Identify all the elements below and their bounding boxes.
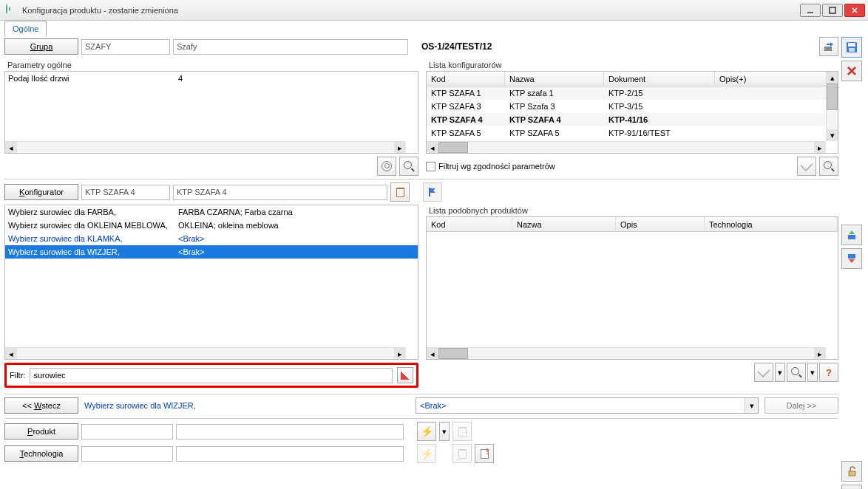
search-dropdown-button[interactable]: ▾ bbox=[807, 363, 818, 382]
close-button[interactable] bbox=[844, 4, 865, 17]
hscrollbar[interactable]: ◂▸ bbox=[427, 141, 826, 153]
svg-rect-5 bbox=[848, 43, 855, 47]
th-nazwa[interactable]: Nazwa bbox=[505, 72, 604, 86]
apply-dropdown-button[interactable]: ▾ bbox=[775, 363, 785, 382]
flag-icon-button[interactable] bbox=[423, 182, 442, 202]
technology-code-field[interactable] bbox=[81, 446, 173, 462]
trash-icon bbox=[458, 449, 467, 459]
product-name-field[interactable] bbox=[176, 424, 404, 440]
search-config-button[interactable] bbox=[819, 157, 838, 176]
table-row[interactable]: KTP SZAFA 1KTP szafa 1KTP-2/15 bbox=[427, 86, 838, 100]
apply-similar-button[interactable] bbox=[754, 363, 773, 382]
bolt-icon: ⚡ bbox=[421, 425, 433, 437]
dropdown-value: <Brak> bbox=[416, 401, 745, 410]
param-row-value: 4 bbox=[178, 74, 415, 83]
apply-config-button[interactable] bbox=[797, 157, 816, 176]
app-icon bbox=[6, 4, 18, 16]
th-tech[interactable]: Technologia bbox=[705, 217, 838, 231]
th-nazwa2[interactable]: Nazwa bbox=[512, 217, 616, 231]
section-code: OS-1/24/TEST/12 bbox=[421, 41, 816, 52]
next-button[interactable]: Dalej >> bbox=[764, 397, 838, 414]
filter-compat-checkbox[interactable]: Filtruj wg zgodności parametrów bbox=[426, 162, 555, 171]
delete-product-button bbox=[452, 422, 472, 441]
group-code-field: SZAFY bbox=[81, 39, 170, 55]
delete-config-button[interactable] bbox=[390, 182, 410, 202]
svg-rect-11 bbox=[849, 471, 855, 476]
th-opis2[interactable]: Opis bbox=[616, 217, 705, 231]
tab-strip: Ogólne bbox=[0, 21, 868, 37]
general-params-label: Parametry ogólne bbox=[4, 59, 418, 71]
similar-label: Lista podobnych produktów bbox=[426, 205, 838, 216]
window-title: Konfiguracja produktu - zostanie zmienio… bbox=[22, 6, 800, 15]
param-row-label: Podaj Ilość drzwi bbox=[8, 74, 178, 83]
cancel-icon-button[interactable] bbox=[841, 61, 862, 81]
table-row[interactable]: KTP SZAFA 4KTP SZAFA 4KTP-41/16 bbox=[427, 113, 838, 126]
search-params-button[interactable] bbox=[399, 157, 418, 176]
configurator-name-field: KTP SZAFA 4 bbox=[173, 185, 387, 200]
search-icon bbox=[404, 161, 414, 171]
titlebar: Konfiguracja produktu - zostanie zmienio… bbox=[0, 0, 868, 21]
technology-button[interactable]: Technologia bbox=[4, 445, 78, 462]
trash-icon bbox=[458, 427, 467, 437]
trash-icon bbox=[396, 188, 404, 197]
svg-rect-1 bbox=[830, 7, 835, 13]
hscrollbar[interactable]: ◂▸ bbox=[5, 347, 406, 359]
svg-rect-6 bbox=[849, 48, 855, 52]
configurator-button-label: onfigurator bbox=[24, 188, 64, 196]
pencil-icon bbox=[401, 371, 410, 380]
product-button[interactable]: Produkt bbox=[4, 423, 78, 440]
hscrollbar[interactable]: ◂▸ bbox=[427, 347, 826, 359]
th-kod2[interactable]: Kod bbox=[427, 217, 512, 231]
th-kod[interactable]: Kod bbox=[427, 72, 505, 86]
list-item[interactable]: Wybierz surowiec dla WIZJER,<Brak> bbox=[5, 245, 418, 259]
filter-label: Filtr: bbox=[10, 371, 25, 380]
search-icon bbox=[824, 161, 834, 171]
th-opis[interactable]: Opis(+) bbox=[715, 72, 838, 86]
upload-icon-button[interactable] bbox=[841, 225, 862, 245]
group-name-field: Szafy bbox=[173, 39, 408, 55]
help-button[interactable]: ? bbox=[819, 363, 838, 382]
product-code-field[interactable] bbox=[81, 424, 173, 440]
tab-general[interactable]: Ogólne bbox=[4, 21, 47, 36]
configurator-button[interactable]: Konfigurator bbox=[4, 184, 78, 200]
filter-clear-button[interactable] bbox=[397, 367, 413, 383]
tech-info-button[interactable]: ! bbox=[475, 444, 494, 463]
svg-rect-10 bbox=[848, 254, 855, 259]
auto-product-dropdown[interactable]: ▾ bbox=[439, 422, 450, 441]
minimize-button[interactable] bbox=[800, 4, 821, 17]
list-item[interactable]: Wybierz surowiec dla FARBA,FARBA CZARNA;… bbox=[5, 205, 418, 219]
check-icon bbox=[800, 158, 813, 171]
filter-input[interactable] bbox=[33, 371, 389, 380]
download-icon-button[interactable] bbox=[841, 248, 862, 269]
vscrollbar[interactable]: ▴▾ bbox=[826, 72, 838, 141]
svg-rect-9 bbox=[848, 235, 855, 239]
group-button[interactable]: Grupa bbox=[4, 38, 78, 55]
configurators-label: Lista konfiguratorów bbox=[426, 59, 838, 71]
list-item[interactable]: Wybierz surowiec dla KLAMKA,<Brak> bbox=[5, 232, 418, 245]
auto-tech-button: ⚡ bbox=[417, 444, 436, 463]
search-similar-button[interactable] bbox=[787, 363, 806, 382]
delete-tech-button bbox=[452, 444, 472, 463]
maximize-button[interactable] bbox=[822, 4, 843, 17]
bolt-icon: ⚡ bbox=[421, 448, 433, 459]
right-sidebar bbox=[841, 37, 865, 485]
save-icon-button[interactable] bbox=[841, 37, 862, 58]
hscrollbar[interactable]: ◂▸ bbox=[5, 141, 406, 153]
table-row[interactable]: KTP SZAFA 3KTP Szafa 3KTP-3/15 bbox=[427, 100, 838, 113]
auto-product-button[interactable]: ⚡ bbox=[417, 422, 436, 441]
technology-name-field[interactable] bbox=[176, 446, 404, 462]
gear-icon bbox=[382, 161, 392, 171]
svg-rect-14 bbox=[824, 47, 832, 51]
th-dokument[interactable]: Dokument bbox=[604, 72, 715, 86]
unlock-icon-button[interactable] bbox=[841, 461, 862, 482]
table-row[interactable]: KTP SZAFA 5KTP SZAFA 5KTP-91/16/TEST bbox=[427, 126, 838, 140]
back-button[interactable]: << Wstecz bbox=[4, 397, 78, 414]
group-button-label: Grupa bbox=[30, 42, 53, 51]
history-icon-button[interactable] bbox=[841, 485, 862, 489]
gear-icon-button[interactable] bbox=[377, 157, 396, 176]
help-icon: ? bbox=[826, 367, 832, 378]
value-dropdown[interactable]: <Brak> ▾ bbox=[416, 397, 759, 414]
current-param-label: Wybierz surowiec dla WIZJER, bbox=[84, 401, 410, 410]
export-icon-button[interactable] bbox=[819, 37, 838, 56]
list-item[interactable]: Wybierz surowiec dla OKLEINA MEBLOWA,OKL… bbox=[5, 219, 418, 232]
